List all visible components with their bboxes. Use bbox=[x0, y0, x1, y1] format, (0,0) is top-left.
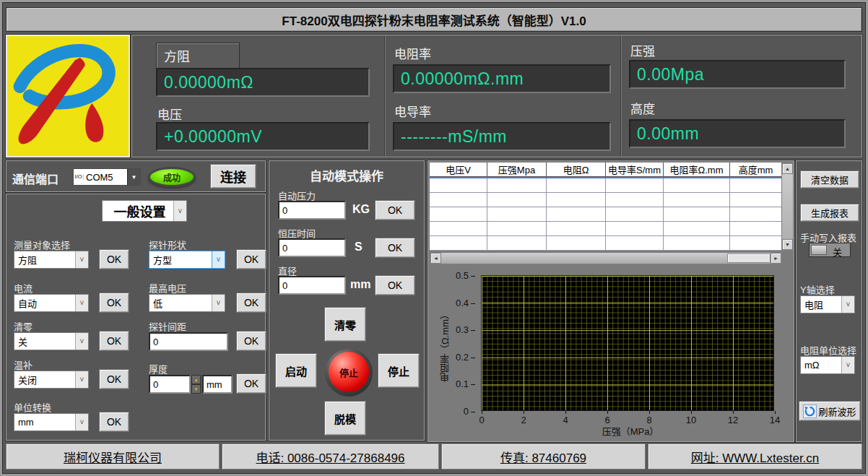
spinner-up-icon[interactable]: ▲ bbox=[191, 375, 201, 384]
col-header-height: 高度mm bbox=[730, 163, 781, 177]
probe-shape-select[interactable]: 方型 ˅ bbox=[149, 251, 225, 269]
emergency-stop-ring: 停止 bbox=[325, 349, 373, 397]
chevron-down-icon[interactable]: ˅ bbox=[75, 371, 88, 388]
current-select[interactable]: 自动 ˅ bbox=[14, 294, 89, 312]
thickness-spinner[interactable]: ▲ ▼ bbox=[191, 375, 201, 394]
temp-comp-select[interactable]: 关闭 ˅ bbox=[14, 371, 89, 389]
probe-spacing-label: 探针间距 bbox=[149, 319, 186, 333]
max-voltage-value: 低 bbox=[149, 296, 212, 310]
table-header-row: 电压V 压强Mpa 电阻Ω 电导率S/mm 电阻率Ω.mm 高度mm bbox=[430, 163, 781, 178]
table-row[interactable] bbox=[430, 193, 781, 207]
probe-shape-label: 探针形状 bbox=[149, 238, 186, 251]
chevron-down-icon[interactable]: ˅ bbox=[212, 295, 225, 311]
logo-r-gauge-icon bbox=[7, 36, 129, 156]
scroll-up-icon[interactable]: ▲ bbox=[782, 163, 793, 174]
app-title: FT-8200双电四探针粉末电阻率测试系统（智能型）V1.0 bbox=[282, 11, 586, 29]
unit-select-label: 电阻单位选择 bbox=[800, 343, 856, 357]
voltage-label: 电压 bbox=[157, 105, 182, 123]
temp-comp-label: 温补 bbox=[14, 358, 32, 371]
conductivity-value: --------mS/mm bbox=[393, 122, 611, 151]
auto-mode-panel: 自动模式操作 自动压力 KG OK 恒压时间 S OK 直径 mm OK 清零 … bbox=[269, 160, 425, 441]
auto-pressure-unit: KG bbox=[352, 203, 370, 216]
table-row[interactable] bbox=[430, 207, 781, 222]
chevron-down-icon[interactable]: ˅ bbox=[75, 414, 88, 430]
ok-button-max-voltage[interactable]: OK bbox=[236, 293, 266, 313]
scroll-left-icon[interactable]: ◄ bbox=[430, 253, 441, 264]
toggle-knob[interactable] bbox=[811, 245, 827, 255]
xtick: 14 bbox=[763, 415, 787, 425]
refresh-icon bbox=[803, 404, 817, 418]
chevron-down-icon[interactable]: ˅ bbox=[75, 251, 88, 268]
chevron-down-icon[interactable]: ˅ bbox=[841, 296, 854, 313]
table-vscrollbar[interactable]: ▲ ▼ bbox=[781, 163, 794, 251]
resistance-unit-select[interactable]: mΩ ˅ bbox=[800, 356, 855, 374]
start-button[interactable]: 启动 bbox=[275, 353, 317, 388]
hscroll-thumb[interactable] bbox=[727, 254, 771, 263]
comm-port-panel: 通信端口 I/O COM5 ▼ 成功 连接 bbox=[6, 160, 266, 192]
chart-plot-area[interactable] bbox=[481, 275, 774, 411]
chevron-down-icon[interactable]: ˅ bbox=[173, 201, 186, 221]
zeroing-select[interactable]: 关 ˅ bbox=[14, 332, 89, 350]
spinner-down-icon[interactable]: ▼ bbox=[191, 384, 201, 394]
ok-button-hold-time[interactable]: OK bbox=[375, 238, 415, 258]
chevron-down-icon[interactable]: ˅ bbox=[841, 357, 854, 373]
scroll-down-icon[interactable]: ▼ bbox=[782, 239, 793, 250]
diameter-input[interactable] bbox=[278, 276, 346, 295]
pressure-value: 0.00Mpa bbox=[629, 60, 846, 89]
demold-button[interactable]: 脱模 bbox=[324, 401, 366, 436]
manual-report-toggle[interactable]: 关 bbox=[809, 243, 851, 257]
results-table: 电压V 压强Mpa 电阻Ω 电导率S/mm 电阻率Ω.mm 高度mm bbox=[430, 163, 781, 251]
zeroing-label: 清零 bbox=[14, 319, 32, 333]
ok-button-diameter[interactable]: OK bbox=[375, 275, 415, 295]
ok-button-unit-convert[interactable]: OK bbox=[99, 412, 129, 432]
ok-button-zeroing[interactable]: OK bbox=[99, 331, 129, 351]
zero-button[interactable]: 清零 bbox=[324, 307, 366, 342]
table-row[interactable] bbox=[430, 236, 781, 251]
unit-convert-select[interactable]: mm ˅ bbox=[14, 413, 89, 431]
refresh-waveform-button[interactable]: 刷新波形 bbox=[799, 401, 861, 421]
footer-company: 瑞柯仪器有限公司 bbox=[6, 443, 220, 469]
chevron-down-icon[interactable]: ˅ bbox=[212, 251, 225, 268]
table-hscrollbar[interactable]: ◄ ► bbox=[430, 252, 782, 264]
measure-object-select[interactable]: 方阻 ˅ bbox=[14, 251, 89, 269]
thickness-input[interactable] bbox=[149, 375, 191, 394]
ok-button-auto-pressure[interactable]: OK bbox=[375, 200, 415, 220]
hold-time-input[interactable] bbox=[278, 238, 346, 257]
stop-button[interactable]: 停止 bbox=[378, 353, 420, 388]
refresh-waveform-label: 刷新波形 bbox=[818, 404, 856, 418]
col-header-resistivity: 电阻率Ω.mm bbox=[664, 163, 730, 177]
auto-pressure-input[interactable] bbox=[278, 201, 346, 220]
unit-convert-label: 单位转换 bbox=[14, 400, 51, 414]
chevron-down-icon[interactable]: ˅ bbox=[75, 333, 88, 350]
ok-button-current[interactable]: OK bbox=[99, 293, 129, 313]
ok-button-probe-spacing[interactable]: OK bbox=[236, 331, 266, 351]
y-axis-select[interactable]: 电阻 ˅ bbox=[800, 295, 855, 313]
divider bbox=[620, 35, 622, 157]
footer-website: 网址: WWW.Lxtester.cn bbox=[648, 443, 862, 469]
ok-button-measure-object[interactable]: OK bbox=[99, 249, 129, 269]
com-port-select[interactable]: I/O COM5 ▼ bbox=[73, 168, 141, 186]
com-port-value: COM5 bbox=[84, 172, 127, 183]
resistivity-label: 电阻率 bbox=[394, 44, 431, 62]
y-axis-select-label: Y轴选择 bbox=[800, 282, 835, 296]
probe-spacing-input[interactable] bbox=[149, 332, 228, 351]
col-header-voltage: 电压V bbox=[430, 163, 487, 177]
chevron-down-icon[interactable]: ˅ bbox=[75, 295, 88, 311]
title-bar: FT-8200双电四探针粉末电阻率测试系统（智能型）V1.0 bbox=[6, 7, 862, 32]
table-row[interactable] bbox=[430, 222, 781, 236]
table-row[interactable] bbox=[430, 178, 781, 193]
clear-data-button[interactable]: 清空数据 bbox=[800, 170, 859, 189]
settings-mode-select[interactable]: 一般设置 ˅ bbox=[102, 200, 187, 222]
connect-button[interactable]: 连接 bbox=[210, 164, 256, 189]
ok-button-probe-shape[interactable]: OK bbox=[236, 249, 266, 269]
ok-button-temp-comp[interactable]: OK bbox=[99, 369, 129, 389]
scroll-right-icon[interactable]: ► bbox=[771, 253, 781, 264]
max-voltage-select[interactable]: 低 ˅ bbox=[149, 294, 225, 312]
pressure-label: 压强 bbox=[630, 41, 655, 59]
emergency-stop-button[interactable]: 停止 bbox=[329, 352, 369, 392]
generate-report-button[interactable]: 生成报表 bbox=[800, 204, 859, 222]
ok-button-thickness[interactable]: OK bbox=[236, 373, 266, 394]
chevron-down-icon[interactable]: ▼ bbox=[127, 169, 140, 185]
footer-fax: 传真: 87460769 bbox=[441, 443, 646, 469]
measurement-display-panel: 方阻 0.00000mΩ 电压 +0.00000mV 电阻率 0.00000mΩ… bbox=[131, 35, 862, 157]
